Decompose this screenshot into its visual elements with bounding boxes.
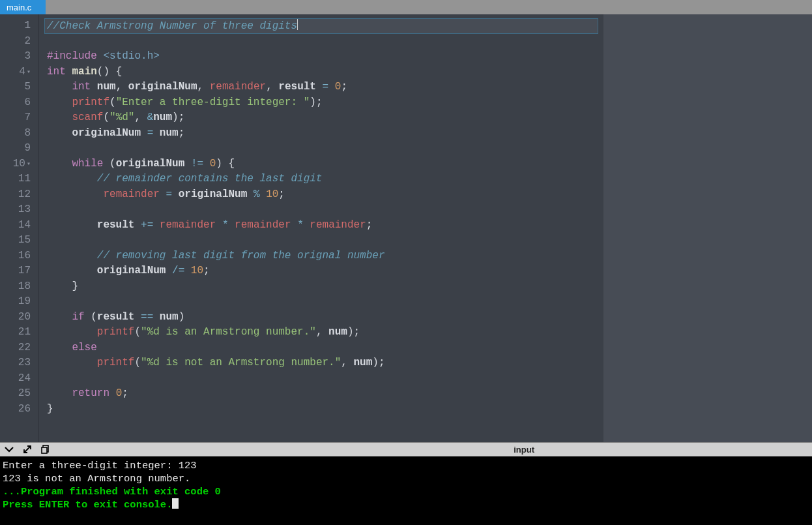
line-number: 12 [3, 187, 31, 203]
svg-rect-1 [42, 447, 47, 453]
code-line[interactable] [44, 141, 598, 157]
tab-bar: main.c [0, 0, 812, 14]
code-line[interactable]: printf("%d is an Armstrong number.", num… [44, 325, 598, 340]
line-number: 8 [3, 126, 31, 142]
console-line: 123 is not an Armstrong number. [3, 472, 809, 485]
line-number: 22 [3, 340, 31, 356]
code-line[interactable] [44, 34, 598, 50]
line-number: 17 [3, 263, 31, 279]
line-number: 9 [3, 141, 31, 157]
line-number: 10▾ [3, 157, 31, 172]
code-line[interactable]: result += remainder * remainder * remain… [44, 218, 598, 233]
console-cursor [172, 498, 179, 509]
editor-right-margin [603, 14, 812, 442]
code-line[interactable]: // removing last digit from the orignal … [44, 248, 598, 264]
line-number: 2 [3, 34, 31, 50]
line-number: 16 [3, 248, 31, 264]
code-line[interactable]: } [44, 402, 598, 417]
code-line[interactable]: remainder = originalNum % 10; [44, 187, 598, 203]
code-line[interactable]: printf("%d is not an Armstrong number.",… [44, 355, 598, 371]
line-number: 7 [3, 110, 31, 126]
code-line[interactable] [44, 202, 598, 218]
code-line[interactable]: else [44, 340, 598, 356]
fold-icon[interactable]: ▾ [27, 160, 31, 168]
line-number: 26 [3, 402, 31, 417]
collapse-icon[interactable] [4, 444, 14, 455]
code-line[interactable]: originalNum = num; [44, 126, 598, 142]
line-number: 1 [3, 18, 31, 34]
line-number: 13 [3, 202, 31, 218]
line-number: 15 [3, 233, 31, 248]
line-number: 3 [3, 49, 31, 65]
line-number: 4▾ [3, 65, 31, 80]
console-toolbar: input [0, 442, 812, 457]
code-line[interactable]: scanf("%d", &num); [44, 110, 598, 126]
line-number: 20 [3, 310, 31, 325]
console-line: Enter a three-digit integer: 123 [3, 459, 809, 472]
code-line[interactable]: int num, originalNum, remainder, result … [44, 80, 598, 95]
line-number: 19 [3, 294, 31, 310]
expand-icon[interactable] [22, 444, 33, 455]
code-area[interactable]: //Check Armstrong Number of three digits… [39, 14, 603, 442]
line-number: 5 [3, 80, 31, 95]
code-line[interactable]: while (originalNum != 0) { [44, 157, 598, 172]
code-line[interactable]: int main() { [44, 65, 598, 80]
line-number: 23 [3, 355, 31, 371]
code-line[interactable] [44, 294, 598, 310]
code-line[interactable]: printf("Enter a three-digit integer: "); [44, 95, 598, 111]
console-input-label: input [514, 445, 534, 455]
line-number: 14 [3, 218, 31, 233]
tab-label: main.c [7, 3, 31, 12]
code-line[interactable]: // remainder contains the last digit [44, 172, 598, 187]
editor[interactable]: 1234▾5678910▾111213141516171819202122232… [0, 14, 812, 442]
code-line[interactable]: return 0; [44, 386, 598, 402]
console-line: ...Program finished with exit code 0 [3, 485, 809, 498]
code-line[interactable] [44, 371, 598, 387]
fold-icon[interactable]: ▾ [27, 68, 31, 76]
caret [297, 18, 298, 30]
line-number: 21 [3, 325, 31, 340]
code-line[interactable]: } [44, 279, 598, 295]
line-number: 24 [3, 371, 31, 387]
line-number: 18 [3, 279, 31, 295]
code-line[interactable]: #include <stdio.h> [44, 49, 598, 65]
line-number: 11 [3, 172, 31, 187]
code-line[interactable] [44, 233, 598, 248]
console-output[interactable]: Enter a three-digit integer: 123123 is n… [0, 457, 812, 525]
line-number: 6 [3, 95, 31, 111]
code-line[interactable]: originalNum /= 10; [44, 263, 598, 279]
line-number: 25 [3, 386, 31, 402]
tab-main-c[interactable]: main.c [0, 0, 46, 14]
copy-icon[interactable] [40, 444, 51, 455]
console-line: Press ENTER to exit console. [3, 498, 809, 511]
ide-window: main.c 1234▾5678910▾11121314151617181920… [0, 0, 812, 525]
line-number-gutter: 1234▾5678910▾111213141516171819202122232… [0, 14, 39, 442]
code-line[interactable]: if (result == num) [44, 310, 598, 325]
code-line[interactable]: //Check Armstrong Number of three digits [44, 18, 598, 34]
